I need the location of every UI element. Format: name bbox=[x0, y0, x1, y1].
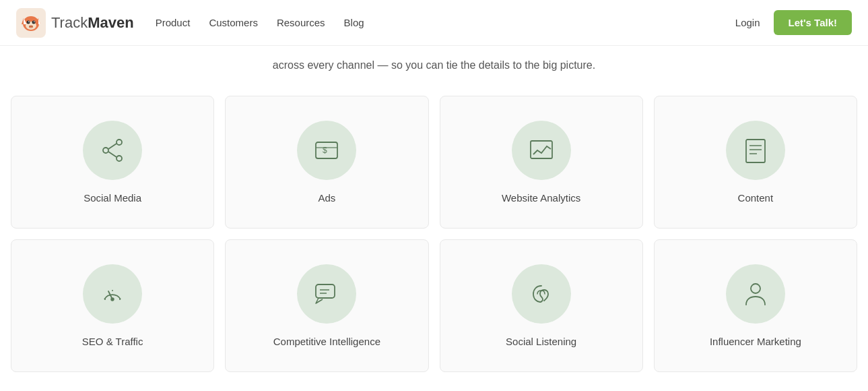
seo-traffic-icon-circle bbox=[83, 264, 142, 324]
svg-point-12 bbox=[116, 140, 122, 145]
nav-item-product[interactable]: Product bbox=[156, 17, 191, 29]
intro-text: across every channel — so you can tie th… bbox=[135, 57, 733, 74]
svg-line-15 bbox=[108, 144, 116, 149]
card-social-listening[interactable]: Social Listening bbox=[440, 239, 643, 372]
nav-item-resources[interactable]: Resources bbox=[277, 17, 325, 29]
svg-point-13 bbox=[116, 156, 122, 161]
brand-name: TrackMaven bbox=[51, 14, 134, 32]
card-website-analytics[interactable]: Website Analytics bbox=[440, 96, 643, 229]
card-ads[interactable]: $Ads bbox=[225, 96, 428, 229]
login-button[interactable]: Login bbox=[735, 17, 760, 28]
nav-actions: Login Let's Talk! bbox=[735, 10, 852, 35]
competitive-intelligence-icon-circle bbox=[297, 264, 356, 324]
intro-section: across every channel — so you can tie th… bbox=[0, 46, 868, 96]
influencer-marketing-icon-circle bbox=[726, 264, 785, 324]
svg-point-9 bbox=[28, 21, 30, 22]
svg-line-16 bbox=[108, 152, 116, 157]
logo-icon bbox=[16, 8, 46, 38]
seo-traffic-label: SEO & Traffic bbox=[82, 336, 143, 347]
svg-point-10 bbox=[34, 21, 35, 22]
lets-talk-button[interactable]: Let's Talk! bbox=[774, 10, 852, 35]
svg-rect-20 bbox=[531, 141, 552, 158]
ads-icon-circle: $ bbox=[297, 121, 356, 180]
social-media-label: Social Media bbox=[84, 192, 141, 204]
svg-point-14 bbox=[103, 148, 108, 153]
svg-text:$: $ bbox=[323, 146, 327, 155]
svg-rect-21 bbox=[746, 140, 765, 162]
card-competitive-intelligence[interactable]: Competitive Intelligence bbox=[225, 239, 428, 372]
card-content[interactable]: Content bbox=[654, 96, 857, 229]
card-seo-traffic[interactable]: SEO & Traffic bbox=[11, 239, 214, 372]
nav-item-customers[interactable]: Customers bbox=[209, 17, 258, 29]
svg-point-8 bbox=[32, 20, 36, 24]
card-social-media[interactable]: Social Media bbox=[11, 96, 214, 229]
social-media-icon-circle bbox=[83, 121, 142, 180]
logo[interactable]: TrackMaven bbox=[16, 8, 134, 38]
navbar: TrackMaven Product Customers Resources B… bbox=[0, 0, 868, 46]
content-label: Content bbox=[738, 192, 774, 204]
social-listening-label: Social Listening bbox=[506, 336, 576, 347]
influencer-marketing-label: Influencer Marketing bbox=[710, 336, 801, 347]
card-influencer-marketing[interactable]: Influencer Marketing bbox=[654, 239, 857, 372]
social-listening-icon-circle bbox=[512, 264, 571, 324]
svg-point-7 bbox=[27, 20, 30, 24]
website-analytics-label: Website Analytics bbox=[502, 192, 580, 204]
nav-links: Product Customers Resources Blog bbox=[156, 17, 735, 29]
nav-item-blog[interactable]: Blog bbox=[344, 17, 364, 29]
website-analytics-icon-circle bbox=[512, 121, 571, 180]
svg-rect-30 bbox=[316, 284, 335, 298]
svg-point-11 bbox=[29, 25, 33, 27]
svg-point-26 bbox=[111, 298, 114, 301]
svg-point-33 bbox=[751, 284, 760, 293]
competitive-intelligence-label: Competitive Intelligence bbox=[273, 336, 380, 347]
feature-cards-grid: Social Media$AdsWebsite AnalyticsContent… bbox=[0, 96, 868, 383]
content-icon-circle bbox=[726, 121, 785, 180]
ads-label: Ads bbox=[318, 192, 335, 204]
